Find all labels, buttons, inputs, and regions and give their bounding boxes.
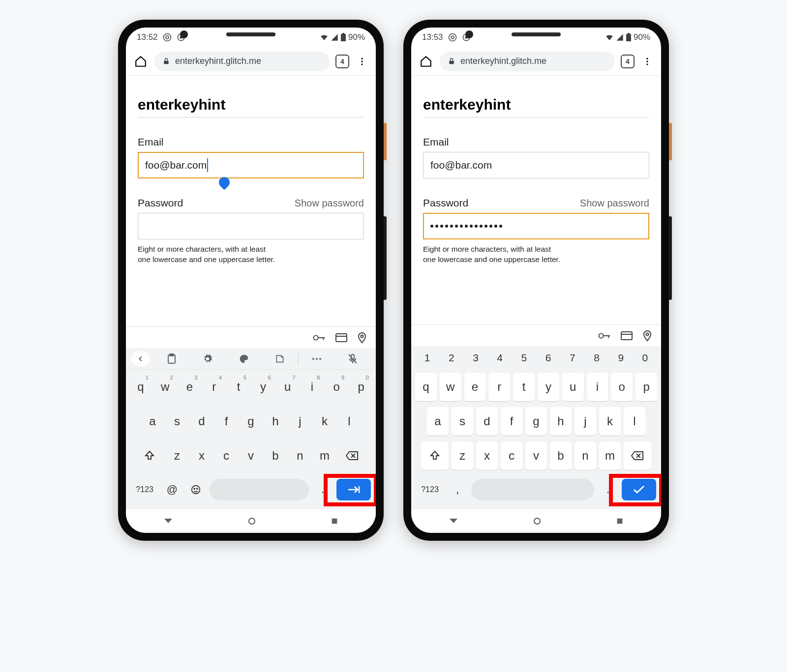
show-password-toggle[interactable]: Show password (295, 198, 364, 209)
key-0[interactable]: 0 (633, 352, 657, 364)
key-q[interactable]: q (415, 373, 437, 401)
shift-key[interactable] (136, 441, 163, 470)
email-field[interactable]: foo@bar.com (138, 152, 364, 178)
overflow-menu[interactable] (640, 57, 654, 66)
clipboard-icon[interactable] (153, 353, 190, 364)
key-i[interactable]: i (587, 373, 608, 401)
key-7[interactable]: 7 (560, 352, 584, 364)
tab-switcher[interactable]: 4 (621, 55, 635, 68)
nav-recent[interactable] (331, 517, 338, 525)
enter-key-next[interactable] (336, 479, 371, 500)
key-e[interactable]: e (464, 373, 486, 401)
key-@[interactable]: @ (162, 477, 182, 502)
emoji-key[interactable] (186, 477, 206, 502)
email-field[interactable]: foo@bar.com (423, 152, 649, 178)
key-x[interactable]: x (191, 441, 212, 470)
key-3[interactable]: 3 (463, 352, 487, 364)
enter-key-done[interactable] (622, 479, 656, 500)
key-e[interactable]: e3 (179, 373, 201, 401)
payment-card-icon[interactable] (621, 331, 633, 340)
text-cursor-handle[interactable] (216, 175, 232, 190)
key-j[interactable]: j (289, 407, 311, 436)
key-o[interactable]: o (611, 373, 633, 401)
nav-recent[interactable] (616, 517, 624, 525)
spacebar[interactable] (210, 479, 309, 500)
key-u[interactable]: u7 (277, 373, 299, 401)
key-o[interactable]: o9 (326, 373, 347, 401)
key-b[interactable]: b (265, 441, 286, 470)
key-c[interactable]: c (501, 441, 522, 470)
address-bar[interactable]: enterkeyhint.glitch.me (154, 52, 330, 71)
key-m[interactable]: m (314, 441, 335, 470)
key-k[interactable]: k (599, 407, 621, 436)
key-4[interactable]: 4 (488, 352, 512, 364)
keyboard-collapse-icon[interactable] (131, 351, 151, 367)
key-f[interactable]: f (501, 407, 522, 436)
key-l[interactable]: l (338, 407, 360, 436)
password-field[interactable] (423, 213, 649, 239)
key-l[interactable]: l (624, 407, 645, 436)
key-6[interactable]: 6 (536, 352, 560, 364)
key-y[interactable]: y6 (252, 373, 274, 401)
key-c[interactable]: c (215, 441, 237, 470)
tab-switcher[interactable]: 4 (335, 55, 349, 68)
address-bar[interactable]: enterkeyhint.glitch.me (440, 52, 615, 71)
more-icon[interactable] (299, 357, 335, 361)
key-,[interactable]: , (448, 477, 467, 502)
mic-off-icon[interactable] (335, 353, 371, 364)
key-m[interactable]: m (599, 441, 621, 470)
symbols-key[interactable]: ?123 (131, 477, 158, 502)
nav-home[interactable] (247, 517, 256, 526)
settings-icon[interactable] (190, 354, 226, 364)
key-v[interactable]: v (240, 441, 262, 470)
location-pin-icon[interactable] (357, 332, 367, 344)
key-period[interactable]: . (598, 477, 618, 502)
key-t[interactable]: t5 (228, 373, 249, 401)
key-v[interactable]: v (525, 441, 547, 470)
theme-icon[interactable] (226, 354, 262, 364)
key-n[interactable]: n (575, 441, 596, 470)
key-i[interactable]: i8 (302, 373, 323, 401)
payment-card-icon[interactable] (335, 333, 347, 342)
overflow-menu[interactable] (355, 57, 369, 66)
key-s[interactable]: s (452, 407, 473, 436)
key-q[interactable]: q1 (130, 373, 151, 401)
key-2[interactable]: 2 (439, 352, 463, 364)
nav-back[interactable] (449, 518, 458, 525)
key-d[interactable]: d (191, 407, 212, 436)
symbols-key[interactable]: ?123 (416, 477, 444, 502)
key-z[interactable]: z (166, 441, 188, 470)
spacebar[interactable] (471, 479, 594, 500)
backspace-key[interactable] (338, 441, 366, 470)
location-pin-icon[interactable] (642, 330, 652, 342)
backspace-key[interactable] (624, 441, 651, 470)
home-button[interactable] (133, 54, 149, 69)
key-5[interactable]: 5 (512, 352, 536, 364)
key-n[interactable]: n (289, 441, 311, 470)
nav-back[interactable] (163, 518, 173, 525)
password-field[interactable] (138, 213, 364, 239)
key-a[interactable]: a (142, 407, 163, 436)
key-g[interactable]: g (240, 407, 262, 436)
key-u[interactable]: u (562, 373, 584, 401)
key-k[interactable]: k (314, 407, 335, 436)
password-key-icon[interactable] (313, 333, 326, 343)
key-d[interactable]: d (476, 407, 498, 436)
key-b[interactable]: b (550, 441, 572, 470)
key-period[interactable]: . (313, 477, 333, 502)
sticker-icon[interactable] (262, 354, 299, 364)
key-p[interactable]: p (636, 373, 657, 401)
key-r[interactable]: r4 (203, 373, 225, 401)
key-8[interactable]: 8 (584, 352, 608, 364)
password-key-icon[interactable] (598, 331, 611, 341)
key-f[interactable]: f (215, 407, 237, 436)
key-p[interactable]: p0 (350, 373, 372, 401)
key-x[interactable]: x (476, 441, 498, 470)
key-1[interactable]: 1 (415, 352, 439, 364)
key-h[interactable]: h (550, 407, 572, 436)
home-button[interactable] (418, 54, 434, 69)
show-password-toggle[interactable]: Show password (580, 198, 649, 209)
key-g[interactable]: g (525, 407, 547, 436)
key-t[interactable]: t (513, 373, 535, 401)
key-z[interactable]: z (452, 441, 473, 470)
